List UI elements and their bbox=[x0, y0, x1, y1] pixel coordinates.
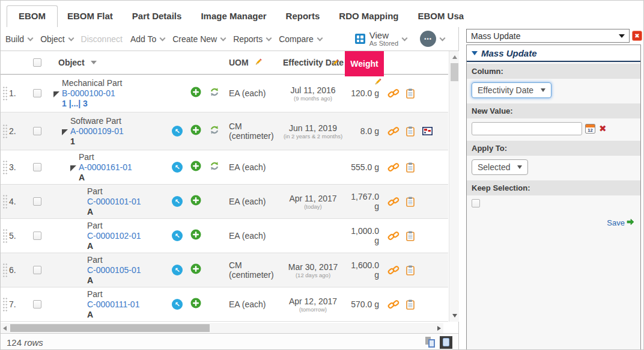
drag-handle[interactable] bbox=[2, 263, 8, 277]
view-mode-button[interactable]: View As Stored bbox=[355, 31, 407, 47]
row-checkbox[interactable] bbox=[33, 197, 41, 206]
part-number-link[interactable]: A-0000161-01 bbox=[79, 162, 132, 173]
structure-nav-icon[interactable]: ↖ bbox=[172, 196, 183, 207]
scroll-up-icon[interactable] bbox=[449, 52, 460, 62]
create-new-menu[interactable]: Create New bbox=[172, 34, 225, 44]
add-circle-icon[interactable] bbox=[190, 229, 201, 242]
save-button[interactable]: Save bbox=[607, 218, 625, 227]
more-actions-button[interactable]: ••• bbox=[420, 31, 445, 47]
drag-handle[interactable] bbox=[2, 124, 8, 138]
dock-side-icon[interactable] bbox=[425, 337, 436, 348]
revision-links[interactable]: 1 |...| 3 bbox=[62, 99, 172, 109]
horizontal-scroll-thumb[interactable] bbox=[10, 324, 210, 332]
broken-image-icon[interactable] bbox=[419, 127, 436, 135]
tab-reports[interactable]: Reports bbox=[276, 5, 330, 27]
add-to-menu[interactable]: Add To bbox=[130, 34, 165, 44]
edit-pencil-icon[interactable] bbox=[254, 58, 263, 68]
tab-ebom[interactable]: EBOM bbox=[7, 5, 58, 27]
clipboard-icon[interactable] bbox=[402, 88, 419, 99]
calendar-icon[interactable]: 12 bbox=[585, 124, 595, 134]
row-checkbox[interactable] bbox=[33, 232, 41, 240]
apply-to-select[interactable]: Selected bbox=[472, 159, 528, 175]
clipboard-icon[interactable] bbox=[402, 197, 419, 207]
column-header-object[interactable]: Object bbox=[47, 58, 172, 67]
row-checkbox[interactable] bbox=[33, 89, 41, 97]
drag-handle[interactable] bbox=[2, 194, 8, 209]
panel-section-header[interactable]: Mass Update bbox=[467, 45, 640, 62]
column-header-uom[interactable]: UOM bbox=[229, 58, 281, 68]
link-icon[interactable] bbox=[385, 197, 402, 207]
clipboard-icon[interactable] bbox=[402, 126, 419, 137]
structure-nav-icon[interactable]: ↖ bbox=[172, 162, 183, 173]
part-number-link[interactable]: A-0000109-01 bbox=[70, 126, 124, 137]
structure-nav-icon[interactable]: ↖ bbox=[172, 299, 183, 310]
link-icon[interactable] bbox=[385, 126, 402, 137]
part-number-link[interactable]: C-0000101-01 bbox=[87, 197, 141, 207]
link-icon[interactable] bbox=[385, 265, 402, 275]
object-menu[interactable]: Object bbox=[40, 34, 73, 44]
select-all-checkbox[interactable] bbox=[33, 58, 41, 67]
row-checkbox[interactable] bbox=[33, 127, 41, 135]
add-circle-icon[interactable] bbox=[190, 263, 201, 277]
part-number-link[interactable]: B-0000100-01 bbox=[62, 88, 115, 99]
drag-handle[interactable] bbox=[2, 297, 8, 312]
tab-image-manager[interactable]: Image Manager bbox=[191, 5, 276, 27]
structure-nav-icon[interactable]: ↖ bbox=[172, 230, 183, 241]
part-number-link[interactable]: C-0000111-01 bbox=[87, 299, 139, 310]
apply-to-field-label: Apply To: bbox=[467, 141, 640, 156]
build-menu[interactable]: Build bbox=[5, 34, 32, 44]
new-value-input[interactable] bbox=[472, 122, 582, 135]
column-select[interactable]: Effectivity Date bbox=[472, 82, 551, 98]
link-icon[interactable] bbox=[385, 88, 402, 99]
structure-nav-icon[interactable]: ↖ bbox=[172, 265, 183, 275]
table-row: 7. Part C-0000111-01 A ↖ EA (each) Apr 1… bbox=[1, 287, 448, 322]
expand-node-icon[interactable] bbox=[53, 90, 59, 100]
close-icon[interactable]: ✖ bbox=[632, 31, 642, 41]
horizontal-scrollbar[interactable] bbox=[1, 323, 443, 333]
column-header-weight-highlighted[interactable]: Weight bbox=[345, 51, 384, 76]
link-icon[interactable] bbox=[385, 231, 402, 241]
part-number-link[interactable]: C-0000105-01 bbox=[87, 265, 141, 275]
vertical-scroll-thumb[interactable] bbox=[451, 63, 458, 81]
scroll-down-icon[interactable] bbox=[449, 311, 460, 321]
add-circle-icon[interactable] bbox=[190, 124, 201, 138]
add-circle-icon[interactable] bbox=[190, 195, 201, 208]
drag-handle[interactable] bbox=[2, 86, 8, 100]
refresh-icon[interactable] bbox=[209, 87, 220, 100]
link-icon[interactable] bbox=[385, 162, 402, 173]
vertical-scrollbar[interactable] bbox=[449, 51, 459, 322]
edit-pencil-icon[interactable] bbox=[331, 58, 339, 69]
tab-part-details[interactable]: Part Details bbox=[123, 5, 192, 27]
clipboard-icon[interactable] bbox=[402, 231, 419, 241]
edit-pencil-icon[interactable] bbox=[374, 78, 382, 88]
row-checkbox[interactable] bbox=[33, 163, 41, 171]
link-icon[interactable] bbox=[385, 299, 402, 310]
add-circle-icon[interactable] bbox=[190, 161, 201, 174]
part-number-link[interactable]: C-0000102-01 bbox=[87, 231, 141, 241]
compare-menu[interactable]: Compare bbox=[279, 34, 322, 44]
add-circle-icon[interactable] bbox=[190, 298, 201, 311]
clipboard-icon[interactable] bbox=[402, 162, 419, 173]
scroll-right-icon[interactable] bbox=[435, 326, 443, 331]
drag-handle[interactable] bbox=[2, 229, 8, 243]
clipboard-icon[interactable] bbox=[402, 265, 419, 275]
dock-bottom-icon[interactable] bbox=[440, 336, 452, 349]
reports-menu[interactable]: Reports bbox=[233, 34, 271, 44]
scroll-left-icon[interactable] bbox=[1, 326, 9, 331]
panel-selector-dropdown[interactable]: Mass Update bbox=[466, 29, 630, 43]
clipboard-icon[interactable] bbox=[402, 299, 419, 310]
row-checkbox[interactable] bbox=[33, 266, 41, 274]
expand-node-icon[interactable] bbox=[62, 127, 68, 138]
keep-selection-checkbox[interactable] bbox=[472, 199, 480, 207]
weight-value: 570.0 g bbox=[345, 299, 385, 309]
refresh-icon[interactable] bbox=[209, 161, 220, 174]
tab-ebom-flat[interactable]: EBOM Flat bbox=[58, 5, 123, 27]
clear-icon[interactable]: ✖ bbox=[599, 124, 607, 134]
add-circle-icon[interactable] bbox=[190, 87, 201, 100]
row-checkbox[interactable] bbox=[33, 300, 41, 309]
refresh-icon[interactable] bbox=[209, 124, 220, 138]
tab-rdo-mapping[interactable]: RDO Mapping bbox=[329, 5, 408, 27]
expand-node-icon[interactable] bbox=[70, 164, 76, 174]
structure-nav-icon[interactable]: ↖ bbox=[172, 126, 183, 137]
drag-handle[interactable] bbox=[2, 160, 8, 174]
